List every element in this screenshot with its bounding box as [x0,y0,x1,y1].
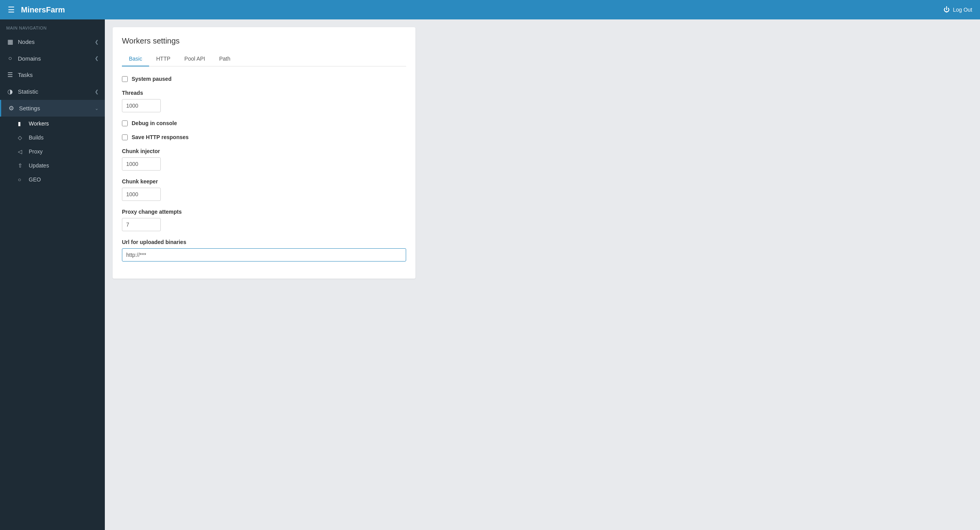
threads-input[interactable] [122,99,161,112]
statistic-chevron-icon: ❮ [95,89,99,94]
debug-console-checkbox[interactable] [122,120,128,126]
threads-label: Threads [122,90,406,96]
sidebar-label-updates: Updates [29,162,49,169]
settings-icon: ⚙ [7,105,15,112]
tasks-icon: ☰ [6,71,14,78]
system-paused-label: System paused [132,76,172,82]
sidebar-item-left-domains: ○ Domains [6,55,41,62]
tabs-bar: Basic HTTP Pool API Path [122,52,406,66]
sidebar-section-label: MAIN NAVIGATION [0,19,105,33]
hamburger-icon[interactable]: ☰ [8,5,15,14]
sidebar-label-nodes: Nodes [18,38,35,45]
save-http-label: Save HTTP responses [132,134,189,140]
proxy-attempts-input[interactable] [122,218,161,231]
layout: MAIN NAVIGATION ▦ Nodes ❮ ○ Domains ❮ ☰ … [0,19,980,530]
sidebar-subitem-updates[interactable]: ⇧ Updates [0,159,105,173]
sidebar-label-statistic: Statistic [18,88,38,95]
debug-console-label: Debug in console [132,120,177,126]
tab-pool-api[interactable]: Pool API [177,52,212,66]
tab-path[interactable]: Path [212,52,238,66]
builds-icon: ◇ [18,134,26,141]
nodes-icon: ▦ [6,38,14,45]
sidebar-item-left-statistic: ◑ Statistic [6,88,38,95]
domains-chevron-icon: ❮ [95,56,99,61]
chunk-keeper-input[interactable] [122,188,161,201]
save-http-checkbox[interactable] [122,134,128,140]
sidebar-label-tasks: Tasks [18,71,33,78]
url-binaries-input[interactable] [122,248,406,262]
sidebar-label-proxy: Proxy [29,148,43,155]
tab-http[interactable]: HTTP [149,52,177,66]
sidebar-subitem-builds[interactable]: ◇ Builds [0,131,105,145]
logout-button[interactable]: Log Out [953,7,972,13]
threads-group: Threads [122,90,406,112]
workers-icon: ▮ [18,120,26,127]
sidebar-item-settings[interactable]: ⚙ Settings ⌄ [0,100,105,117]
tab-basic[interactable]: Basic [122,52,149,66]
nodes-chevron-icon: ❮ [95,39,99,45]
proxy-attempts-group: Proxy change attempts [122,209,406,231]
sidebar-item-tasks[interactable]: ☰ Tasks [0,66,105,83]
sidebar-subitem-geo[interactable]: ○ GEO [0,173,105,187]
sidebar-item-left-tasks: ☰ Tasks [6,71,33,78]
brand-logo: MinersFarm [21,5,65,14]
sidebar-item-left-nodes: ▦ Nodes [6,38,35,45]
proxy-attempts-label: Proxy change attempts [122,209,406,215]
system-paused-checkbox[interactable] [122,76,128,82]
chunk-keeper-label: Chunk keeper [122,178,406,185]
sidebar-item-domains[interactable]: ○ Domains ❮ [0,50,105,66]
sidebar-item-left-settings: ⚙ Settings [7,105,40,112]
chunk-keeper-group: Chunk keeper [122,178,406,201]
save-http-group: Save HTTP responses [122,134,406,140]
chunk-injector-group: Chunk injector [122,148,406,171]
sidebar-subitem-proxy[interactable]: ◁ Proxy [0,145,105,159]
sidebar-item-nodes[interactable]: ▦ Nodes ❮ [0,33,105,50]
domains-icon: ○ [6,55,14,62]
sidebar-label-workers: Workers [29,120,49,127]
topbar: ☰ MinersFarm ⏻ Log Out [0,0,980,19]
sidebar-label-geo: GEO [29,176,41,183]
url-binaries-label: Url for uploaded binaries [122,239,406,245]
system-paused-group: System paused [122,76,406,82]
power-icon: ⏻ [944,6,950,13]
statistic-icon: ◑ [6,88,14,95]
settings-chevron-icon: ⌄ [95,106,99,111]
settings-card: Workers settings Basic HTTP Pool API Pat… [113,27,415,279]
sidebar-label-settings: Settings [19,105,40,112]
sidebar-label-domains: Domains [18,55,41,62]
updates-icon: ⇧ [18,162,26,169]
sidebar-label-builds: Builds [29,134,43,141]
geo-icon: ○ [18,176,26,183]
chunk-injector-label: Chunk injector [122,148,406,154]
proxy-icon: ◁ [18,148,26,155]
url-binaries-group: Url for uploaded binaries [122,239,406,262]
debug-console-group: Debug in console [122,120,406,126]
topbar-right: ⏻ Log Out [944,6,972,13]
sidebar-item-statistic[interactable]: ◑ Statistic ❮ [0,83,105,100]
sidebar: MAIN NAVIGATION ▦ Nodes ❮ ○ Domains ❮ ☰ … [0,19,105,530]
main-content: Workers settings Basic HTTP Pool API Pat… [105,19,980,530]
sidebar-subitem-workers[interactable]: ▮ Workers [0,117,105,131]
page-title: Workers settings [122,37,406,45]
chunk-injector-input[interactable] [122,157,161,171]
